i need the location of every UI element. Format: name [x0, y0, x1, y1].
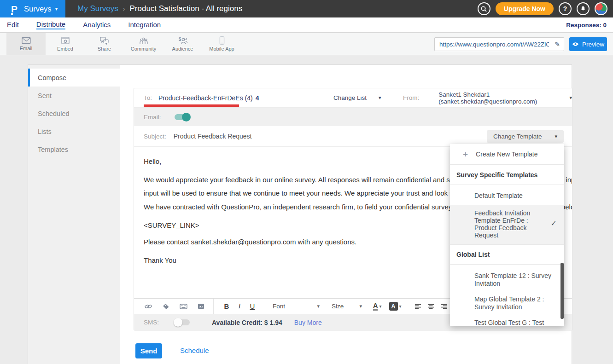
chevron-down-icon: ▾: [55, 6, 58, 12]
channel-tab-community[interactable]: Community: [124, 33, 163, 55]
email-sidebar: Compose Sent Scheduled Lists Templates: [28, 65, 120, 364]
breadcrumb: My Surveys › Product Satisfaction - All …: [77, 0, 242, 17]
channel-tab-audience[interactable]: $ Audience: [163, 33, 202, 55]
preview-button[interactable]: Preview: [569, 37, 607, 51]
text-color-button[interactable]: A: [373, 302, 378, 311]
menu-item-selected-template[interactable]: Feedback Invitation Template EnFrDe : Pr…: [450, 205, 564, 244]
chevron-down-icon: ▾: [379, 95, 381, 100]
recipient-row: To: Product-Feedback-EnFrDeEs (4) 4 Chan…: [134, 88, 572, 108]
insert-tag-button[interactable]: [157, 303, 175, 310]
sidebar-item-sent[interactable]: Sent: [28, 87, 120, 104]
notifications-button[interactable]: [577, 2, 590, 15]
italic-button[interactable]: I: [233, 302, 246, 310]
sms-toggle-label: SMS:: [144, 319, 169, 326]
mobile-app-icon: [219, 36, 225, 45]
share-icon: [100, 37, 109, 45]
survey-url-input[interactable]: [435, 41, 551, 48]
keyboard-shortcuts-button[interactable]: [175, 304, 192, 309]
change-list-dropdown[interactable]: Change List ▾: [333, 94, 381, 101]
channel-tab-email[interactable]: Email: [6, 33, 46, 55]
breadcrumb-separator-icon: ›: [123, 5, 125, 12]
menu-item-global-template[interactable]: Map Global Template 2 : Survey Invitatio…: [450, 295, 564, 312]
template-menu-scrollbar[interactable]: [560, 263, 564, 319]
menu-item-create-new-template[interactable]: + Create New Template: [450, 144, 564, 165]
email-toggle-label: Email:: [144, 114, 169, 121]
background-color-button[interactable]: A: [389, 302, 398, 311]
chevron-down-icon: ▾: [555, 134, 557, 139]
check-icon: ✓: [551, 219, 557, 228]
image-icon: [198, 303, 204, 309]
chevron-down-icon: ▾: [317, 304, 320, 309]
align-left-button[interactable]: [412, 304, 425, 309]
buy-more-link[interactable]: Buy More: [294, 319, 322, 326]
plus-icon: +: [463, 150, 468, 159]
tab-integration[interactable]: Integration: [128, 21, 161, 29]
align-left-icon: [415, 304, 421, 309]
body-signoff: Thank You: [144, 256, 176, 264]
tag-icon: [163, 303, 169, 310]
tab-analytics[interactable]: Analytics: [83, 21, 111, 29]
search-button[interactable]: [478, 2, 490, 15]
sidebar-item-compose[interactable]: Compose: [28, 69, 120, 87]
email-icon: [22, 37, 31, 44]
font-family-select[interactable]: Font ▾: [273, 303, 320, 310]
from-label: From:: [403, 94, 419, 101]
sidebar-item-scheduled[interactable]: Scheduled: [28, 104, 120, 122]
menu-header-global-list: Global List: [450, 244, 564, 265]
align-right-button[interactable]: [438, 304, 450, 309]
bell-icon: [580, 6, 586, 12]
audience-icon: $: [178, 37, 187, 45]
channel-tab-share[interactable]: Share: [85, 33, 124, 55]
send-button[interactable]: Send: [135, 343, 162, 358]
edit-url-pencil-icon[interactable]: ✎: [551, 40, 564, 48]
change-template-dropdown[interactable]: Change Template ▾: [487, 130, 564, 143]
insert-link-button[interactable]: [140, 303, 157, 310]
email-toggle[interactable]: [175, 114, 190, 120]
product-menu-label: Surveys: [24, 5, 52, 13]
insert-image-button[interactable]: [192, 303, 210, 309]
align-right-icon: [440, 304, 447, 309]
bold-button[interactable]: B: [220, 302, 233, 310]
survey-nav-tabs: Edit Distribute Analytics Integration Re…: [0, 17, 613, 33]
toolbar-divider: [213, 299, 214, 314]
sms-toggle[interactable]: [175, 319, 190, 325]
search-icon: [481, 6, 487, 12]
template-dropdown-menu: + Create New Template Survey Specific Te…: [450, 144, 564, 326]
sidebar-item-lists[interactable]: Lists: [28, 122, 120, 140]
to-list-value[interactable]: Product-Feedback-EnFrDeEs (4): [158, 94, 253, 102]
body-contact-line: Please contact sanket.shekdar@questionpr…: [144, 238, 356, 246]
underline-button[interactable]: U: [246, 302, 259, 310]
from-sender-value[interactable]: Sanket1 Shekdar1 (sanket.shekdar@questio…: [438, 91, 562, 105]
body-greeting: Hello,: [144, 157, 161, 165]
chevron-down-icon: ▾: [379, 304, 381, 309]
sidebar-item-templates[interactable]: Templates: [28, 140, 120, 158]
menu-item-global-template[interactable]: Sank Template 12 : Survey Invitation: [450, 272, 564, 288]
to-label: To:: [144, 94, 152, 101]
help-button[interactable]: ?: [559, 2, 572, 15]
from-chevron-down-icon[interactable]: ▾: [569, 95, 572, 100]
tab-edit[interactable]: Edit: [7, 21, 19, 29]
survey-url-field: ✎: [434, 37, 564, 51]
to-list-underline: [144, 104, 239, 107]
channel-tab-embed[interactable]: Embed: [46, 33, 85, 55]
email-toggle-row: Email:: [134, 108, 572, 126]
chevron-down-icon: ▾: [399, 304, 402, 309]
link-icon: [145, 303, 152, 310]
schedule-link[interactable]: Schedule: [180, 347, 209, 354]
body-survey-link-token: <SURVEY_LINK>: [144, 221, 199, 229]
menu-item-default-template[interactable]: Default Template: [450, 192, 564, 200]
font-size-select[interactable]: Size ▾: [332, 303, 362, 310]
eye-icon: [572, 42, 579, 46]
channel-tab-mobile-app[interactable]: Mobile App: [202, 33, 241, 55]
subject-value[interactable]: Product Feedback Request: [174, 133, 252, 140]
tab-distribute[interactable]: Distribute: [36, 20, 65, 29]
align-center-button[interactable]: [425, 304, 438, 309]
menu-item-global-template[interactable]: Test Global Test G : Test RAA G: [450, 319, 564, 326]
product-logo-menu[interactable]: P Surveys ▾: [0, 0, 65, 17]
user-avatar[interactable]: [595, 2, 607, 15]
align-center-icon: [427, 304, 434, 309]
breadcrumb-my-surveys[interactable]: My Surveys: [77, 4, 118, 13]
breadcrumb-current-survey: Product Satisfaction - All regions: [129, 4, 242, 13]
upgrade-now-button[interactable]: Upgrade Now: [496, 2, 554, 15]
community-icon: [139, 37, 148, 45]
